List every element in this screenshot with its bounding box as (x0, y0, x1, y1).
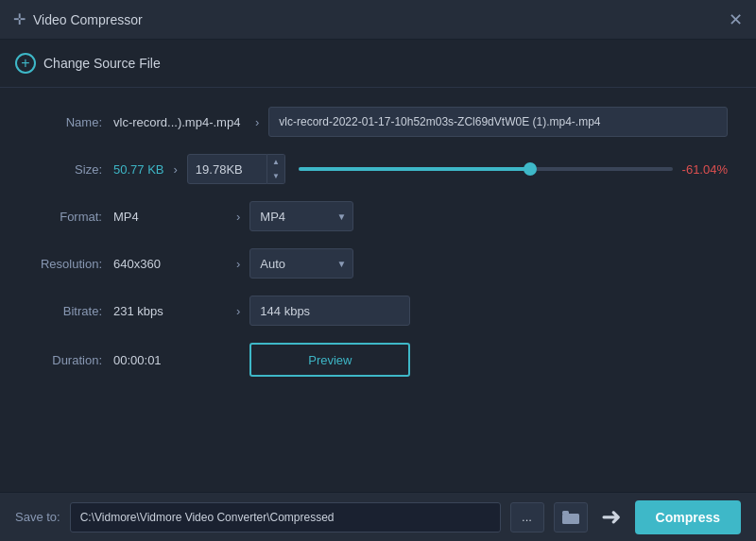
bitrate-output-input[interactable] (249, 296, 410, 326)
name-row: Name: vlc-record...).mp4-.mp4 › (28, 107, 728, 137)
name-output-input[interactable] (268, 107, 728, 137)
size-output-input[interactable] (187, 154, 267, 184)
size-slider-track[interactable] (299, 167, 673, 171)
title-left: ✛ Video Compressor (13, 10, 143, 28)
size-arrow-icon: › (174, 162, 178, 177)
change-source-button[interactable]: + Change Source File (0, 40, 756, 87)
format-select-wrap: MP4 AVI MOV MKV ▼ (249, 201, 353, 231)
save-path-input[interactable] (70, 502, 501, 533)
format-arrow-icon: › (236, 210, 240, 224)
change-source-label: Change Source File (43, 56, 161, 71)
compress-button[interactable]: Compress (635, 500, 741, 534)
move-icon: ✛ (13, 10, 26, 28)
size-row: Size: 50.77 KB › ▲ ▼ -61.04% (28, 154, 728, 184)
format-label: Format: (28, 210, 113, 224)
svg-rect-0 (562, 514, 579, 524)
size-spinner: ▲ ▼ (267, 154, 285, 184)
resolution-select-wrap: Auto 640x360 1280x720 1920x1080 ▼ (249, 248, 353, 279)
size-original-value: 50.77 KB (113, 162, 164, 177)
format-select[interactable]: MP4 AVI MOV MKV (249, 201, 353, 231)
compress-arrow-icon: ➜ (601, 502, 622, 532)
close-button[interactable]: ✕ (729, 11, 743, 28)
resolution-arrow-icon: › (236, 257, 240, 271)
folder-button[interactable] (554, 502, 588, 533)
resolution-label: Resolution: (28, 257, 113, 271)
bitrate-arrow-icon: › (236, 304, 240, 318)
resolution-original-value: 640x360 (113, 257, 227, 271)
format-original-value: MP4 (113, 210, 227, 224)
resolution-row: Resolution: 640x360 › Auto 640x360 1280x… (28, 248, 728, 279)
size-percent-label: -61.04% (682, 162, 728, 177)
bitrate-row: Bitrate: 231 kbps › (28, 296, 728, 326)
name-arrow-icon: › (255, 115, 259, 129)
size-spinner-down[interactable]: ▼ (267, 169, 284, 183)
size-spinner-up[interactable]: ▲ (267, 155, 284, 169)
browse-dots-button[interactable]: ... (510, 502, 544, 533)
format-row: Format: MP4 › MP4 AVI MOV MKV ▼ (28, 201, 728, 231)
save-to-label: Save to: (15, 510, 60, 524)
bottom-bar: Save to: ... ➜ Compress (0, 492, 756, 541)
size-slider-fill (299, 167, 530, 171)
window-title: Video Compressor (33, 12, 143, 27)
size-label: Size: (28, 162, 113, 177)
title-bar: ✛ Video Compressor ✕ (0, 0, 756, 40)
svg-rect-1 (562, 511, 569, 515)
main-content: Name: vlc-record...).mp4-.mp4 › Size: 50… (0, 88, 756, 413)
duration-label: Duration: (28, 353, 113, 367)
name-label: Name: (28, 115, 113, 129)
preview-button[interactable]: Preview (249, 343, 410, 377)
add-circle-icon: + (15, 53, 36, 74)
size-slider-thumb (524, 162, 537, 176)
size-input-wrap: ▲ ▼ (187, 154, 285, 184)
bitrate-original-value: 231 kbps (113, 304, 227, 318)
resolution-select[interactable]: Auto 640x360 1280x720 1920x1080 (249, 248, 353, 279)
size-slider-wrap: -61.04% (299, 162, 728, 177)
duration-value: 00:00:01 (113, 353, 227, 367)
duration-row: Duration: 00:00:01 › Preview (28, 343, 728, 377)
bitrate-label: Bitrate: (28, 304, 113, 318)
name-original-value: vlc-record...).mp4-.mp4 (113, 115, 246, 129)
